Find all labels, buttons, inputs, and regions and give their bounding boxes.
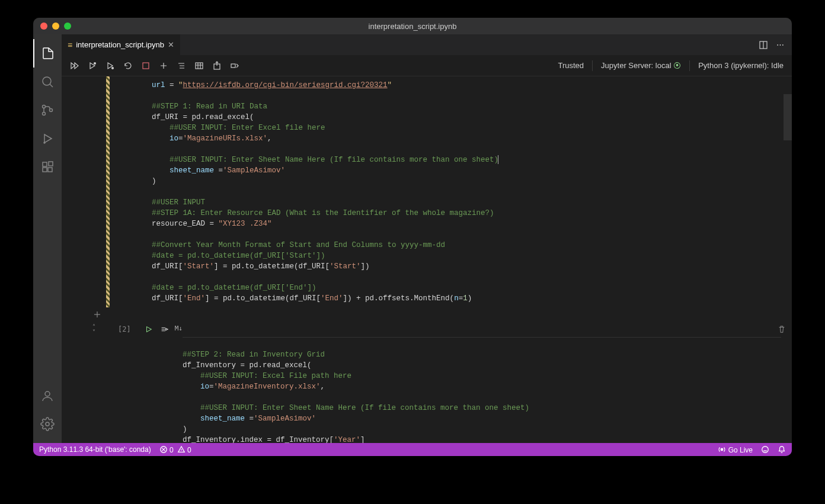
code-content-2[interactable]: ##STEP 2: Read in Inventory Grid df_Inve…: [183, 346, 781, 443]
modified-gutter: [106, 76, 110, 307]
svg-point-12: [46, 422, 49, 426]
editor-area: ≡ interpretation_script.ipynb ✕ ⋯: [62, 34, 792, 443]
svg-point-4: [50, 109, 53, 112]
interrupt-icon[interactable]: [141, 61, 151, 70]
notebook-content[interactable]: url = "https://isfdb.org/cgi-bin/seriesg…: [62, 76, 792, 443]
chevron-down-icon[interactable]: ˅: [92, 329, 95, 335]
svg-rect-10: [49, 162, 53, 166]
svg-point-0: [43, 77, 51, 85]
code-cell-1[interactable]: url = "https://isfdb.org/cgi-bin/seriesg…: [62, 76, 792, 307]
tab-label: interpretation_script.ipynb: [76, 40, 164, 49]
run-above-icon[interactable]: [88, 61, 97, 70]
execution-count: [2]: [118, 325, 131, 333]
window-title: interpretation_script.ipynb: [33, 22, 792, 31]
tab-notebook[interactable]: ≡ interpretation_script.ipynb ✕: [62, 34, 181, 55]
svg-point-3: [43, 113, 46, 115]
code-cell-2[interactable]: ##STEP 2: Read in Inventory Grid df_Inve…: [62, 337, 792, 443]
activity-bar: [33, 34, 62, 443]
kernel-label[interactable]: Python 3 (ipykernel): Idle: [698, 61, 784, 70]
export-icon[interactable]: [212, 61, 222, 70]
restart-icon[interactable]: [123, 61, 133, 70]
svg-point-45: [721, 448, 724, 451]
tab-bar: ≡ interpretation_script.ipynb ✕ ⋯: [62, 34, 792, 55]
svg-rect-21: [143, 63, 149, 69]
problems-warnings[interactable]: 0: [177, 445, 191, 454]
trusted-label[interactable]: Trusted: [558, 61, 584, 70]
go-live-button[interactable]: Go Live: [718, 445, 753, 454]
svg-line-1: [50, 84, 53, 87]
more-icon[interactable]: ⋯: [775, 40, 785, 50]
svg-rect-27: [196, 63, 203, 69]
delete-cell-icon[interactable]: [778, 325, 786, 333]
run-cell-icon[interactable]: [144, 325, 154, 334]
minimize-button[interactable]: [52, 23, 59, 30]
svg-point-6: [44, 142, 45, 143]
svg-rect-7: [43, 162, 47, 166]
tab-bar-actions: ⋯: [759, 34, 792, 55]
jupyter-icon: ≡: [68, 40, 72, 50]
jupyter-server-label[interactable]: Jupyter Server: local ⦿: [601, 61, 681, 70]
run-all-icon[interactable]: [70, 61, 79, 70]
add-cell-between-icon[interactable]: [92, 310, 102, 319]
accounts-icon[interactable]: [33, 381, 62, 410]
svg-marker-15: [71, 63, 75, 69]
source-control-icon[interactable]: [33, 96, 62, 124]
extensions-icon[interactable]: [33, 153, 62, 181]
svg-marker-40: [165, 328, 168, 330]
server-status-icon: ⦿: [673, 61, 681, 70]
markdown-toggle[interactable]: M↓: [175, 325, 183, 334]
search-icon[interactable]: [33, 68, 62, 96]
cell-divider: [62, 307, 792, 322]
run-by-line-icon[interactable]: [159, 325, 169, 334]
variables-icon[interactable]: [194, 61, 204, 70]
svg-rect-33: [231, 64, 235, 68]
svg-point-18: [94, 62, 96, 64]
close-button[interactable]: [40, 23, 47, 30]
svg-rect-8: [43, 168, 47, 172]
problems-errors[interactable]: 0: [159, 445, 174, 454]
cell-2-header: ˄ ˅ [2] M↓: [62, 322, 792, 337]
svg-marker-36: [146, 327, 151, 332]
svg-point-2: [43, 105, 46, 108]
vscode-window: interpretation_script.ipynb: [33, 18, 792, 456]
svg-point-11: [45, 391, 50, 396]
run-debug-icon[interactable]: [33, 124, 62, 153]
run-below-icon[interactable]: [105, 61, 115, 70]
add-cell-icon[interactable]: [159, 61, 168, 70]
maximize-button[interactable]: [64, 23, 71, 30]
outline-icon[interactable]: [177, 61, 186, 70]
python-env[interactable]: Python 3.11.3 64-bit ('base': conda): [39, 445, 151, 454]
status-bar: Python 3.11.3 64-bit ('base': conda) 0 0…: [33, 443, 792, 456]
body: ≡ interpretation_script.ipynb ✕ ⋯: [33, 34, 792, 443]
settings-gear-icon[interactable]: [33, 410, 62, 438]
explorer-icon[interactable]: [33, 39, 62, 68]
collapse-icon[interactable]: [230, 61, 239, 70]
close-icon[interactable]: ✕: [168, 40, 174, 49]
traffic-lights: [40, 23, 71, 30]
code-content-1[interactable]: url = "https://isfdb.org/cgi-bin/seriesg…: [110, 76, 792, 307]
svg-marker-5: [44, 134, 52, 143]
notifications-icon[interactable]: [778, 445, 786, 454]
titlebar: interpretation_script.ipynb: [33, 18, 792, 34]
split-editor-icon[interactable]: [759, 40, 768, 50]
svg-rect-9: [48, 168, 52, 172]
svg-point-46: [762, 447, 769, 453]
notebook-toolbar: Trusted Jupyter Server: local ⦿ Python 3…: [62, 55, 792, 76]
svg-point-20: [112, 67, 114, 69]
cell-nav[interactable]: ˄ ˅: [92, 324, 95, 335]
feedback-icon[interactable]: [761, 445, 769, 454]
